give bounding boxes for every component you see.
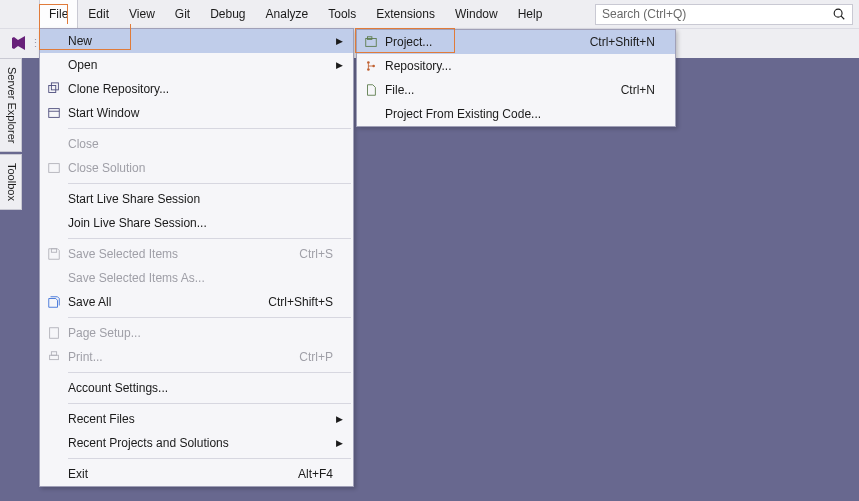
svg-rect-6 — [49, 164, 60, 173]
repo-icon — [357, 59, 385, 73]
window-icon — [40, 106, 68, 120]
menu-item-label: New — [68, 34, 333, 48]
menu-item-label: Close — [68, 137, 333, 151]
save-icon — [40, 247, 68, 261]
close-solution-icon — [40, 161, 68, 175]
menu-extensions[interactable]: Extensions — [366, 0, 445, 28]
menu-item-label: Recent Files — [68, 412, 333, 426]
menu-separator — [68, 238, 351, 239]
menu-item-label: Open — [68, 58, 333, 72]
menu-item-label: Print... — [68, 350, 299, 364]
clone-icon — [40, 82, 68, 96]
menu-tools[interactable]: Tools — [318, 0, 366, 28]
menu-item-label: Start Window — [68, 106, 333, 120]
menu-item-label: File... — [385, 83, 621, 97]
file-icon — [357, 83, 385, 97]
svg-rect-2 — [49, 86, 56, 93]
menu-separator — [68, 403, 351, 404]
file-menu-item[interactable]: Join Live Share Session... — [40, 211, 353, 235]
side-tab-toolbox[interactable]: Toolbox — [0, 154, 22, 210]
pagesetup-icon — [40, 326, 68, 340]
search-input[interactable]: Search (Ctrl+Q) — [595, 4, 853, 25]
file-menu-item: Page Setup... — [40, 321, 353, 345]
print-icon — [40, 350, 68, 364]
submenu-arrow-icon: ▶ — [333, 36, 343, 46]
new-submenu-item[interactable]: Project From Existing Code... — [357, 102, 675, 126]
menu-item-label: Repository... — [385, 59, 655, 73]
file-menu-item: Save Selected Items As... — [40, 266, 353, 290]
vs-logo-icon — [10, 34, 28, 52]
svg-point-0 — [834, 9, 842, 17]
svg-rect-9 — [50, 355, 59, 359]
menu-item-label: Save Selected Items — [68, 247, 299, 261]
menu-item-shortcut: Ctrl+Shift+S — [268, 295, 333, 309]
menu-item-label: Save Selected Items As... — [68, 271, 333, 285]
menu-item-shortcut: Ctrl+S — [299, 247, 333, 261]
menu-help[interactable]: Help — [508, 0, 553, 28]
file-menu-item[interactable]: New▶ — [40, 29, 353, 53]
file-menu-item: Print...Ctrl+P — [40, 345, 353, 369]
svg-rect-4 — [49, 109, 60, 118]
menu-item-label: Clone Repository... — [68, 82, 333, 96]
menu-item-label: Save All — [68, 295, 268, 309]
menu-item-shortcut: Alt+F4 — [298, 467, 333, 481]
submenu-arrow-icon: ▶ — [333, 60, 343, 70]
svg-rect-3 — [51, 83, 58, 90]
menu-file[interactable]: File — [39, 0, 78, 28]
new-submenu-item[interactable]: Repository... — [357, 54, 675, 78]
side-tab-server-explorer[interactable]: Server Explorer — [0, 58, 22, 152]
search-icon — [832, 7, 846, 21]
menu-item-shortcut: Ctrl+Shift+N — [590, 35, 655, 49]
file-menu-item: Close Solution — [40, 156, 353, 180]
menu-separator — [68, 458, 351, 459]
svg-rect-10 — [51, 352, 56, 356]
menubar: File Edit View Git Debug Analyze Tools E… — [0, 0, 859, 28]
file-menu-item[interactable]: Save AllCtrl+Shift+S — [40, 290, 353, 314]
svg-rect-8 — [50, 328, 59, 339]
file-menu-item[interactable]: Account Settings... — [40, 376, 353, 400]
menu-item-label: Join Live Share Session... — [68, 216, 333, 230]
search-placeholder: Search (Ctrl+Q) — [602, 7, 686, 21]
menu-item-shortcut: Ctrl+P — [299, 350, 333, 364]
menu-git[interactable]: Git — [165, 0, 200, 28]
new-submenu-dropdown: Project...Ctrl+Shift+NRepository...File.… — [356, 29, 676, 127]
menu-separator — [68, 128, 351, 129]
submenu-arrow-icon: ▶ — [333, 414, 343, 424]
menu-separator — [68, 183, 351, 184]
menu-view[interactable]: View — [119, 0, 165, 28]
file-menu-dropdown: New▶Open▶Clone Repository...Start Window… — [39, 28, 354, 487]
file-menu-item[interactable]: Start Window — [40, 101, 353, 125]
new-submenu-item[interactable]: File...Ctrl+N — [357, 78, 675, 102]
svg-rect-7 — [51, 249, 56, 253]
file-menu-item[interactable]: Recent Files▶ — [40, 407, 353, 431]
menu-item-label: Recent Projects and Solutions — [68, 436, 333, 450]
menu-window[interactable]: Window — [445, 0, 508, 28]
file-menu-item[interactable]: ExitAlt+F4 — [40, 462, 353, 486]
menu-item-label: Page Setup... — [68, 326, 333, 340]
menu-edit[interactable]: Edit — [78, 0, 119, 28]
menu-item-label: Start Live Share Session — [68, 192, 333, 206]
menu-separator — [68, 317, 351, 318]
submenu-arrow-icon: ▶ — [333, 438, 343, 448]
menu-item-label: Account Settings... — [68, 381, 333, 395]
project-icon — [357, 35, 385, 49]
file-menu-item: Save Selected ItemsCtrl+S — [40, 242, 353, 266]
file-menu-item: Close — [40, 132, 353, 156]
file-menu-item[interactable]: Clone Repository... — [40, 77, 353, 101]
menu-item-label: Project From Existing Code... — [385, 107, 655, 121]
new-submenu-item[interactable]: Project...Ctrl+Shift+N — [357, 30, 675, 54]
svg-line-1 — [841, 16, 844, 19]
file-menu-item[interactable]: Start Live Share Session — [40, 187, 353, 211]
file-menu-item[interactable]: Recent Projects and Solutions▶ — [40, 431, 353, 455]
menu-item-label: Exit — [68, 467, 298, 481]
menu-item-label: Close Solution — [68, 161, 333, 175]
saveall-icon — [40, 295, 68, 309]
menu-debug[interactable]: Debug — [200, 0, 255, 28]
menu-separator — [68, 372, 351, 373]
menu-analyze[interactable]: Analyze — [256, 0, 319, 28]
file-menu-item[interactable]: Open▶ — [40, 53, 353, 77]
menu-item-shortcut: Ctrl+N — [621, 83, 655, 97]
menu-item-label: Project... — [385, 35, 590, 49]
